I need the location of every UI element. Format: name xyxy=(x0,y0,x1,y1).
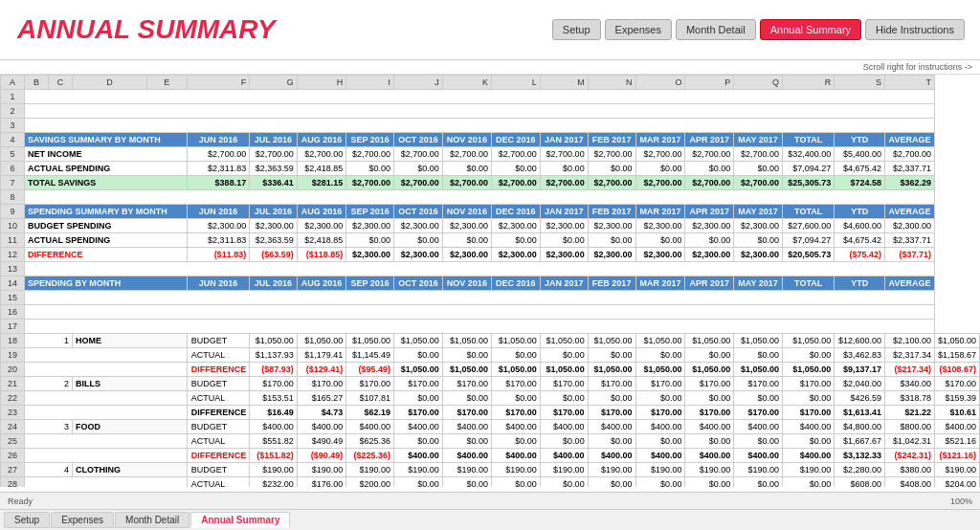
sbm-jan: JAN 2017 xyxy=(540,276,588,291)
ss-nov: NOV 2016 xyxy=(442,205,491,219)
sbm-total-h: TOTAL xyxy=(782,276,834,291)
food-actual-row: 25 ACTUAL $551.82 $490.49 $625.36 $0.00 … xyxy=(1,434,980,449)
sbm-aug: AUG 2016 xyxy=(297,276,346,291)
row-1: 1 xyxy=(1,90,980,104)
ts-mar: $2,700.00 xyxy=(635,176,685,190)
ni-jun: $2,700.00 xyxy=(187,147,250,162)
ni-mar: $2,700.00 xyxy=(635,147,685,162)
ss-apr: APR 2017 xyxy=(685,205,734,219)
hide-instructions-button[interactable]: Hide Instructions xyxy=(865,19,965,40)
diff-total: $20,505.73 xyxy=(782,248,834,262)
ss-total-h: TOTAL xyxy=(782,205,834,219)
home-d-jul: ($129.41) xyxy=(297,363,346,377)
net-income-row: 5 NET INCOME $2,700.00 $2,700.00 $2,700.… xyxy=(1,147,980,162)
col-g-header: G xyxy=(250,76,298,90)
month-detail-button[interactable]: Month Detail xyxy=(676,19,756,40)
month-feb2017: FEB 2017 xyxy=(588,133,635,147)
ass-apr: $0.00 xyxy=(685,233,734,248)
ass-jul: $2,363.59 xyxy=(250,233,298,248)
home-b-jan: $1,050.00 xyxy=(588,334,635,348)
ni-feb: $2,700.00 xyxy=(588,147,635,162)
row1-empty xyxy=(25,90,935,104)
sbm-may: MAY 2017 xyxy=(734,276,783,291)
home-d-total: $9,137.17 xyxy=(835,363,885,377)
ss-ytd-h: YTD xyxy=(835,205,885,219)
row-num-14: 14 xyxy=(1,276,25,291)
ni-nov: $2,700.00 xyxy=(442,147,491,162)
bs-aug: $2,300.00 xyxy=(297,219,346,233)
ts-nov: $2,700.00 xyxy=(442,176,491,190)
row-num-23: 23 xyxy=(1,406,25,420)
col-j-header: J xyxy=(394,76,443,90)
bs-nov: $2,300.00 xyxy=(442,219,491,233)
bills-budget-type: BUDGET xyxy=(187,377,250,391)
sbm-apr: APR 2017 xyxy=(685,276,734,291)
actual-spending-ss-row: 11 ACTUAL SPENDING $2,311.83 $2,363.59 $… xyxy=(1,233,980,248)
ss-mar: MAR 2017 xyxy=(635,205,685,219)
tab-annual-summary[interactable]: Annual Summary xyxy=(190,512,290,528)
col-r-header: R xyxy=(782,76,834,90)
as-total: $7,094.27 xyxy=(782,162,834,176)
col-f-header: F xyxy=(187,76,250,90)
ss-feb: FEB 2017 xyxy=(588,205,635,219)
zoom-level: 100% xyxy=(950,497,972,506)
setup-button[interactable]: Setup xyxy=(552,19,601,40)
home-d-avg: ($108.67) xyxy=(934,363,979,377)
spending-summary-header: SPENDING SUMMARY BY MONTH xyxy=(25,205,188,219)
bills-actual-row: 22 ACTUAL $153.51 $165.27 $107.81 $0.00 … xyxy=(1,391,980,406)
sbm-feb: FEB 2017 xyxy=(588,276,635,291)
bs-dec: $2,300.00 xyxy=(491,219,540,233)
home-a-feb: $0.00 xyxy=(635,348,685,363)
tab-expenses[interactable]: Expenses xyxy=(51,512,114,528)
home-a-jan: $0.00 xyxy=(588,348,635,363)
home-d-oct: $1,050.00 xyxy=(442,363,491,377)
row-2: 2 xyxy=(1,104,980,119)
row-num-28: 28 xyxy=(1,477,25,488)
col-ytd-header: YTD xyxy=(835,133,885,147)
home-d-may: $1,050.00 xyxy=(782,363,834,377)
actual-spending-row: 6 ACTUAL SPENDING $2,311.83 $2,363.59 $2… xyxy=(1,162,980,176)
spreadsheet[interactable]: A B C D E F G H I J K L M N O P Q R S T … xyxy=(0,75,980,487)
diff-ytd: ($75.42) xyxy=(835,248,885,262)
tab-setup[interactable]: Setup xyxy=(4,512,50,528)
month-nov2016: NOV 2016 xyxy=(442,133,491,147)
ni-jul: $2,700.00 xyxy=(250,147,298,162)
ni-jan: $2,700.00 xyxy=(540,147,588,162)
ss-jun: JUN 2016 xyxy=(187,205,250,219)
diff-avg: ($37.71) xyxy=(885,248,935,262)
expenses-button[interactable]: Expenses xyxy=(605,19,672,40)
row-num-10: 10 xyxy=(1,219,25,233)
ni-avg: $2,700.00 xyxy=(885,147,935,162)
ts-feb: $2,700.00 xyxy=(588,176,635,190)
annual-summary-button[interactable]: Annual Summary xyxy=(760,19,861,40)
row-15: 15 xyxy=(1,291,980,305)
home-a-total: $3,462.83 xyxy=(835,348,885,363)
home-b-dec: $1,050.00 xyxy=(540,334,588,348)
home-b-mar: $1,050.00 xyxy=(685,334,734,348)
budget-spending-row: 10 BUDGET SPENDING $2,300.00 $2,300.00 $… xyxy=(1,219,980,233)
home-budget-row: 18 1 HOME BUDGET $1,050.00 $1,050.00 $1,… xyxy=(1,334,980,348)
month-dec2016: DEC 2016 xyxy=(491,133,540,147)
home-a-aug: $1,145.49 xyxy=(346,348,394,363)
as-jul: $2,363.59 xyxy=(250,162,298,176)
home-d-dec: $1,050.00 xyxy=(540,363,588,377)
row15-empty xyxy=(25,291,935,305)
ass-nov: $0.00 xyxy=(442,233,491,248)
bs-may: $2,300.00 xyxy=(734,219,783,233)
month-jul2016: JUL 2016 xyxy=(250,133,298,147)
net-income-label: NET INCOME xyxy=(25,147,188,162)
ass-mar: $0.00 xyxy=(635,233,685,248)
as-jun: $2,311.83 xyxy=(187,162,250,176)
home-d-jun: ($87.93) xyxy=(250,363,298,377)
as-ytd: $4,675.42 xyxy=(835,162,885,176)
month-jan2017: JAN 2017 xyxy=(540,133,588,147)
ss-oct: OCT 2016 xyxy=(394,205,443,219)
tab-month-detail[interactable]: Month Detail xyxy=(115,512,189,528)
ni-total: $32,400.00 xyxy=(782,147,834,162)
home-a-oct: $0.00 xyxy=(442,348,491,363)
home-a-apr: $0.00 xyxy=(734,348,783,363)
home-d-aug: ($95.49) xyxy=(346,363,394,377)
diff-oct: $2,300.00 xyxy=(394,248,443,262)
food-label: FOOD xyxy=(73,420,188,434)
row-num-4: 4 xyxy=(1,133,25,147)
